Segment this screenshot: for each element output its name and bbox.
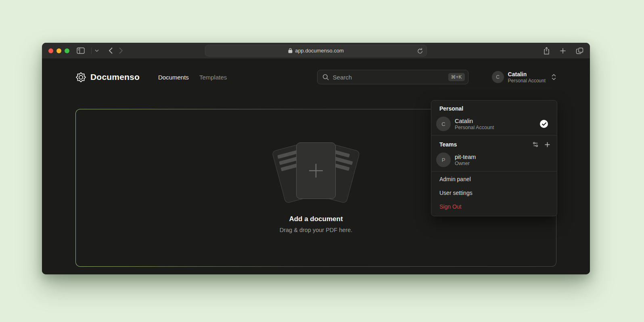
teams-section-label: Teams [439,141,457,148]
search-input[interactable] [333,74,445,81]
documenso-logo-icon [75,72,86,83]
personal-account-name: Catalin [455,117,494,125]
account-menu-trigger[interactable]: C Catalin Personal Account [492,71,556,84]
menu-item-sign-out[interactable]: Sign Out [431,200,557,213]
brand-name: Documenso [90,72,140,82]
lock-icon [288,48,293,53]
browser-window: app.documenso.com [42,43,590,274]
selected-check-icon [540,120,548,128]
nav-documents[interactable]: Documents [158,74,189,81]
browser-toolbar: app.documenso.com [42,43,590,59]
reload-icon[interactable] [417,48,423,54]
account-dropdown-menu: Personal C Catalin Personal Account Team… [431,100,557,216]
personal-section-label: Personal [431,100,557,115]
menu-divider [431,135,557,136]
sidebar-toggle-icon[interactable] [77,47,85,54]
nav-templates[interactable]: Templates [199,74,227,81]
team-role: Owner [455,161,476,167]
team-item[interactable]: P pit-team Owner [431,151,557,170]
share-icon[interactable] [543,47,550,55]
tab-overview-icon[interactable] [576,47,583,54]
app-page: Documenso Documents Templates ⌘+K [42,69,590,274]
plus-icon [307,161,325,180]
dropzone-subtitle: Drag & drop your PDF here. [280,227,353,233]
personal-account-item[interactable]: C Catalin Personal Account [431,115,557,134]
add-document-card [296,142,336,199]
new-tab-icon[interactable] [560,48,566,54]
create-team-plus-icon[interactable] [544,142,550,148]
menu-item-admin-panel[interactable]: Admin panel [431,172,557,186]
team-avatar: P [436,153,451,167]
account-name: Catalin [508,71,546,78]
chevrons-up-down-icon [551,74,556,80]
menu-item-user-settings[interactable]: User settings [431,186,557,200]
search-icon [322,74,329,81]
address-bar-url: app.documenso.com [295,48,344,54]
account-type: Personal Account [508,78,546,84]
account-avatar: C [492,71,504,83]
back-button[interactable] [109,47,113,54]
manage-teams-icon[interactable] [532,141,539,148]
close-window-button[interactable] [48,48,53,53]
personal-account-subtitle: Personal Account [455,125,494,131]
minimize-window-button[interactable] [56,48,61,53]
zoom-window-button[interactable] [65,48,69,53]
traffic-lights [48,48,69,53]
main-nav: Documents Templates [158,74,227,81]
team-name: pit-team [455,153,476,161]
forward-button[interactable] [119,47,123,54]
search-shortcut-badge: ⌘+K [448,73,465,81]
brand[interactable]: Documenso [75,72,140,83]
sidebar-menu-chevron-icon[interactable] [91,48,99,54]
dropzone-title: Add a document [289,215,343,223]
personal-account-avatar: C [436,117,451,131]
app-header: Documenso Documents Templates ⌘+K [75,69,556,85]
document-stack-illustration [268,142,364,204]
menu-divider [431,171,557,171]
search-bar[interactable]: ⌘+K [317,70,468,84]
address-bar[interactable]: app.documenso.com [205,45,427,56]
